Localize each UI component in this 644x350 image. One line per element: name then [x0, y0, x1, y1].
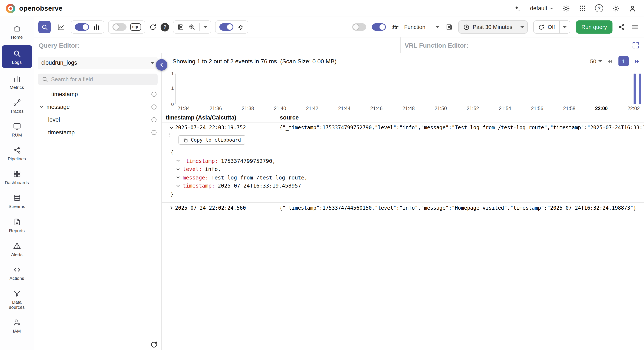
x-tick-label: 21:54 — [499, 106, 511, 111]
previous-page-icon[interactable] — [606, 58, 614, 65]
field-item-timestamp[interactable]: timestamp — [34, 126, 162, 139]
copy-button-label: Copy to clipboard — [191, 137, 241, 143]
field-search-input[interactable] — [51, 76, 154, 82]
json-open-brace: { — [170, 149, 644, 157]
nav-pipelines[interactable]: Pipelines — [2, 143, 32, 164]
save-function-icon[interactable] — [445, 23, 452, 31]
dashboards-grid-icon — [12, 170, 21, 178]
reset-filters-icon[interactable] — [149, 23, 157, 31]
nav-home[interactable]: Home — [2, 21, 32, 42]
chevron-down-icon[interactable] — [176, 167, 180, 172]
funnel-icon — [12, 289, 21, 298]
nav-rum[interactable]: RUM — [2, 119, 32, 140]
log-timestamp: 2025-07-24 22:03:19.752 — [175, 125, 280, 131]
nav-label: RUM — [12, 133, 22, 138]
chevron-down-icon — [520, 26, 524, 28]
fullscreen-icon[interactable] — [632, 41, 640, 49]
org-selector[interactable]: default — [530, 5, 553, 11]
nav-iam[interactable]: IAM — [2, 315, 32, 336]
vrl-function-toggle[interactable] — [372, 23, 386, 31]
chevron-down-icon — [598, 60, 602, 62]
saved-views-caret-icon[interactable] — [204, 26, 207, 28]
search-tab-button[interactable] — [38, 21, 51, 33]
user-gear-icon — [12, 318, 21, 327]
page-number-button[interactable]: 1 — [618, 56, 629, 66]
info-icon[interactable] — [151, 116, 157, 123]
time-range-picker[interactable]: Past 30 Minutes — [458, 20, 528, 34]
auto-refresh-picker[interactable]: Off — [533, 20, 570, 34]
quick-mode-toggle[interactable] — [220, 23, 234, 31]
field-item-message[interactable]: message — [34, 100, 162, 113]
chevron-down-icon[interactable] — [176, 175, 180, 180]
wrap-lines-toggle[interactable] — [352, 23, 366, 31]
sql-icon: SQL — [130, 23, 141, 31]
nav-label: Actions — [10, 275, 24, 280]
y-tick-label: 0 — [171, 102, 174, 107]
chevron-down-icon — [151, 62, 154, 64]
settings-gear-icon[interactable] — [612, 4, 620, 12]
nav-label: Metrics — [10, 85, 24, 90]
search-icon — [42, 76, 48, 82]
nav-reports[interactable]: Reports — [2, 214, 32, 235]
results-summary: Showing 1 to 2 out of 2 events in 76 ms.… — [172, 58, 336, 65]
histogram-y-axis: 1 1 0 — [164, 74, 176, 104]
apps-grid-icon[interactable] — [579, 5, 586, 12]
share-icon[interactable] — [618, 23, 625, 31]
nav-alerts[interactable]: Alerts — [2, 238, 32, 259]
visualize-tab-button[interactable] — [54, 21, 67, 33]
nav-dashboards[interactable]: Dashboards — [2, 167, 32, 187]
vrl-function-editor[interactable]: VRL Function Editor: — [400, 37, 644, 53]
copy-to-clipboard-button[interactable]: Copy to clipboard — [178, 135, 245, 145]
chevron-down-icon — [550, 7, 553, 9]
per-page-select[interactable]: 50 — [590, 58, 602, 64]
info-icon[interactable] — [151, 104, 157, 110]
nav-streams[interactable]: Streams — [2, 191, 32, 211]
function-select[interactable]: Function — [403, 24, 440, 30]
left-nav: Home Logs Metrics Traces RUM Pipelines — [0, 17, 34, 350]
chevron-down-icon[interactable] — [176, 159, 180, 163]
nav-metrics[interactable]: Metrics — [2, 71, 32, 92]
x-tick-label: 21:56 — [531, 106, 543, 111]
histogram-bar — [634, 74, 636, 104]
nav-traces[interactable]: Traces — [2, 95, 32, 116]
expand-indicator — [170, 133, 170, 137]
stream-selector[interactable]: cloudrun_logs — [38, 57, 158, 69]
collapse-row-icon[interactable] — [168, 125, 175, 130]
help-icon[interactable]: ? — [595, 4, 603, 12]
log-row-1[interactable]: 2025-07-24 22:03:19.752 {"_timestamp":17… — [162, 123, 644, 133]
query-editor[interactable]: Query Editor: — [34, 37, 400, 53]
query-help-icon[interactable]: ? — [161, 23, 169, 31]
field-item-timestamp-internal[interactable]: _timestamp — [34, 88, 162, 100]
collapse-fields-panel-button[interactable] — [156, 59, 168, 71]
expand-row-icon[interactable] — [168, 205, 175, 210]
log-row-2[interactable]: 2025-07-24 22:02:24.560 {"_timestamp":17… — [162, 203, 644, 213]
nav-logs[interactable]: Logs — [2, 45, 32, 68]
info-icon[interactable] — [151, 91, 157, 97]
field-name: timestamp — [48, 129, 75, 136]
save-view-icon[interactable] — [178, 23, 185, 31]
next-page-icon[interactable] — [633, 58, 640, 65]
divider — [200, 23, 200, 31]
nav-actions[interactable]: Actions — [2, 262, 32, 283]
field-item-level[interactable]: level — [34, 113, 162, 126]
refresh-fields-icon[interactable] — [150, 341, 158, 349]
profile-icon[interactable] — [629, 4, 636, 12]
top-bar: openobserve default ? — [0, 0, 644, 17]
info-icon[interactable] — [151, 129, 157, 136]
menu-icon[interactable] — [631, 23, 639, 31]
column-header-source[interactable]: source — [280, 114, 299, 121]
lightning-icon — [238, 24, 244, 30]
nav-data-sources[interactable]: Data sources — [2, 286, 32, 312]
run-query-button[interactable]: Run query — [576, 20, 612, 34]
histogram-toggle[interactable] — [75, 23, 89, 31]
json-value: 2025-07-24T16:33:19.458957 — [218, 181, 301, 190]
chevron-down-icon[interactable] — [176, 184, 180, 188]
theme-sun-icon[interactable] — [562, 4, 570, 12]
ai-sparkle-icon[interactable] — [514, 4, 521, 12]
saved-searches-icon[interactable] — [188, 23, 196, 31]
sql-mode-toggle[interactable] — [112, 23, 126, 31]
stream-selector-value: cloudrun_logs — [41, 59, 77, 66]
openobserve-logo-icon[interactable] — [6, 3, 15, 13]
column-header-timestamp[interactable]: timestamp (Asia/Calcutta) — [166, 114, 280, 121]
histogram: 1 1 0 21:34 21:36 21:38 21:40 21:42 — [162, 69, 644, 113]
